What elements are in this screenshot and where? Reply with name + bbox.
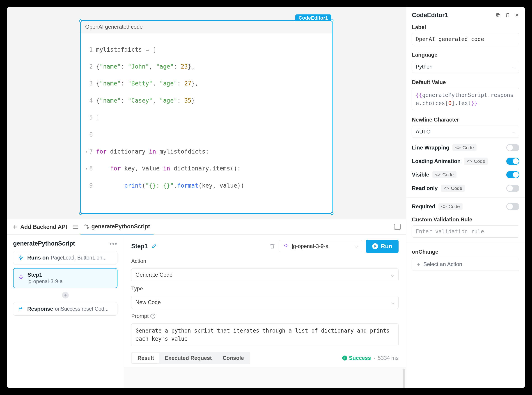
chevron-down-icon: ⌵ <box>391 272 394 278</box>
result-json-viewer[interactable]: ▾choices : [ ▾0 : { text : " mylistofdic… <box>124 367 406 388</box>
chevron-down-icon: ⌵ <box>512 64 516 70</box>
openai-icon <box>18 274 24 281</box>
language-label: Language <box>412 52 519 58</box>
svg-point-1 <box>87 227 89 229</box>
type-label: Type <box>131 285 399 292</box>
api-icon <box>84 224 89 229</box>
tab-executed-request[interactable]: Executed Request <box>159 353 217 363</box>
plus-icon: ＋ <box>12 223 18 231</box>
resize-handle-tr[interactable] <box>331 19 333 22</box>
play-icon <box>372 243 378 249</box>
elapsed-time: 5334 ms <box>378 355 399 361</box>
svg-point-0 <box>85 225 86 226</box>
newline-select[interactable]: AUTO ⌵ <box>412 126 519 138</box>
code-editor-widget[interactable]: OpenAI generated code 1mylistofdicts = [… <box>80 20 333 214</box>
label-input[interactable]: OpenAI generated code <box>412 33 519 45</box>
api-title: generatePythonScript <box>13 240 75 247</box>
collapse-panel-icon[interactable] <box>394 224 401 230</box>
status-success: ✓ Success <box>342 355 371 361</box>
inspector-title: CodeEditor1 <box>412 12 448 19</box>
default-value-label: Default Value <box>412 79 519 85</box>
tab-result[interactable]: Result <box>132 353 159 363</box>
plus-icon: ＋ <box>416 261 421 268</box>
newline-label: Newline Character <box>412 116 519 123</box>
visible-toggle[interactable] <box>506 171 519 178</box>
status-dot: · <box>373 355 375 361</box>
add-step-button[interactable]: ＋ <box>62 292 69 298</box>
run-button[interactable]: Run <box>366 240 399 253</box>
api-more-menu[interactable]: ••• <box>110 240 117 247</box>
custom-validation-label: Custom Validation Rule <box>412 216 519 223</box>
onchange-select[interactable]: ＋ Select an Action <box>412 258 519 271</box>
line-wrapping-toggle[interactable] <box>506 144 519 151</box>
visible-label: Visible <box>412 172 429 178</box>
action-label: Action <box>131 258 399 264</box>
edit-step-name-icon[interactable] <box>152 244 156 249</box>
runs-on-card[interactable]: Runs on PageLoad, Button1.on... <box>13 251 117 264</box>
response-card[interactable]: Response onSuccess reset Cod... <box>13 302 117 316</box>
loading-animation-label: Loading Animation <box>412 158 461 164</box>
tab-console[interactable]: Console <box>217 353 249 363</box>
check-icon: ✓ <box>342 356 347 361</box>
custom-validation-input[interactable]: Enter validation rule <box>412 225 519 238</box>
onchange-label: onChange <box>412 249 519 255</box>
prompt-label: Prompt ? <box>131 313 399 319</box>
model-select[interactable]: jg-openai-3-9-a ⌵ <box>279 240 362 252</box>
code-toggle-pill[interactable]: <>Code <box>432 171 456 178</box>
code-toggle-pill[interactable]: <>Code <box>452 144 477 151</box>
step1-card[interactable]: Step1 jg-openai-3-9-a <box>13 268 117 288</box>
svg-rect-4 <box>496 14 499 16</box>
close-icon[interactable] <box>514 13 519 18</box>
read-only-label: Read only <box>412 185 438 192</box>
type-select[interactable]: New Code ⌵ <box>131 296 399 309</box>
delete-step-icon[interactable] <box>269 243 275 249</box>
result-tabs: Result Executed Request Console <box>131 352 250 364</box>
prompt-textarea[interactable]: Generate a python script that iterates t… <box>131 323 399 346</box>
lightning-icon <box>17 254 24 261</box>
required-toggle[interactable] <box>506 203 519 210</box>
chevron-down-icon: ⌵ <box>512 128 516 135</box>
hamburger-icon[interactable] <box>72 225 80 229</box>
scrollbar[interactable] <box>403 369 405 388</box>
svg-rect-3 <box>497 14 500 17</box>
required-label: Required <box>412 203 435 210</box>
api-tab-generatepythonscript[interactable]: generatePythonScript <box>81 219 154 235</box>
code-editor-body[interactable]: 1mylistofdicts = [ 2{"name": "John", "ag… <box>81 33 332 213</box>
action-select[interactable]: Generate Code ⌵ <box>131 268 399 281</box>
svg-point-2 <box>20 277 22 279</box>
read-only-toggle[interactable] <box>506 185 519 192</box>
code-editor-header: OpenAI generated code <box>81 21 332 33</box>
step-name: Step1 <box>131 243 148 250</box>
line-wrapping-label: Line Wrapping <box>412 144 449 151</box>
code-toggle-pill[interactable]: <>Code <box>441 185 465 192</box>
code-toggle-pill[interactable]: <>Code <box>464 158 488 165</box>
language-select[interactable]: Python ⌵ <box>412 61 519 73</box>
chevron-down-icon: ⌵ <box>391 299 394 306</box>
delete-icon[interactable] <box>505 13 510 18</box>
canvas-area[interactable]: CodeEditor1 OpenAI generated code 1mylis… <box>7 7 406 219</box>
resize-handle-tl[interactable] <box>79 19 82 22</box>
label-field-label: Label <box>412 24 519 30</box>
openai-icon <box>283 243 289 249</box>
copy-icon[interactable] <box>495 13 501 18</box>
default-value-input[interactable]: {{generatePythonScript.response.choices[… <box>412 88 519 110</box>
code-toggle-pill[interactable]: <>Code <box>439 203 463 210</box>
flag-icon <box>17 306 24 312</box>
resize-handle-bl[interactable] <box>79 212 82 215</box>
loading-animation-toggle[interactable] <box>506 158 519 165</box>
add-backend-api-button[interactable]: ＋ Add Backend API <box>12 223 71 231</box>
resize-handle-br[interactable] <box>331 212 333 215</box>
help-icon[interactable]: ? <box>150 314 155 318</box>
chevron-down-icon: ⌵ <box>355 243 358 249</box>
